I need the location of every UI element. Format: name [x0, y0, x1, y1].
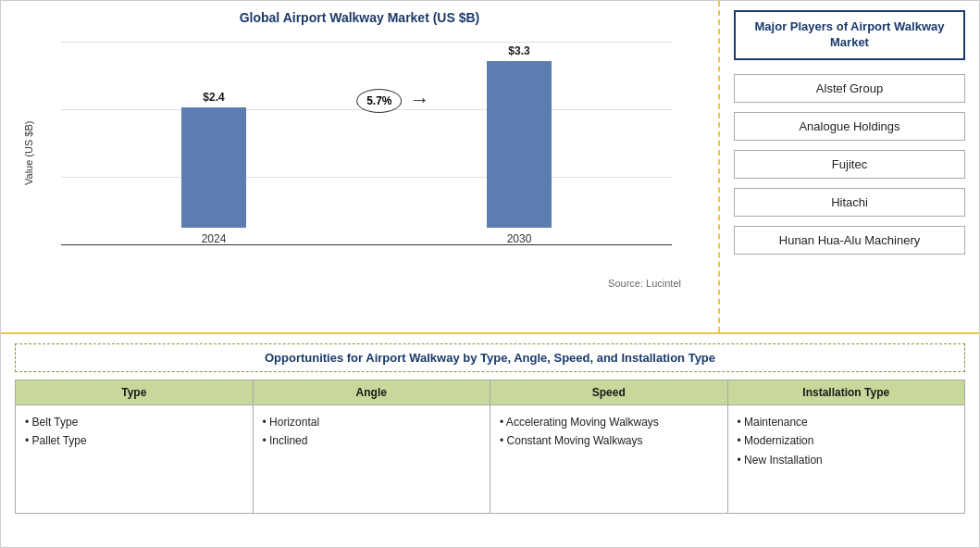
player-item-1: Analogue Holdings: [734, 112, 965, 141]
player-item-3: Hitachi: [734, 188, 965, 217]
main-container: Global Airport Walkway Market (US $B) Va…: [0, 0, 980, 548]
top-section: Global Airport Walkway Market (US $B) Va…: [1, 1, 979, 334]
bar-2024: [181, 107, 246, 228]
chart-title: Global Airport Walkway Market (US $B): [19, 10, 700, 25]
installation-item-1: • Modernization: [738, 431, 956, 450]
speed-item-1: • Constant Moving Walkways: [500, 431, 718, 450]
bar-value-2024: $2.4: [203, 91, 224, 104]
bar-value-2030: $3.3: [508, 44, 529, 57]
col-header-type: Type: [16, 380, 253, 405]
players-title: Major Players of Airport Walkway Market: [734, 10, 965, 60]
chart-inner: $2.4 2024 $3.3 2030: [43, 32, 700, 273]
cagr-arrow: →: [409, 88, 429, 112]
angle-item-1: • Inclined: [263, 431, 481, 450]
cagr-annotation: 5.7% →: [356, 88, 429, 114]
col-content-type: • Belt Type • Pallet Type: [16, 405, 253, 458]
installation-item-2: • New Installation: [738, 451, 956, 469]
bottom-table: Type • Belt Type • Pallet Type Angle • H…: [15, 380, 965, 514]
col-header-angle: Angle: [254, 380, 490, 405]
bars-container: $2.4 2024 $3.3 2030: [43, 32, 700, 273]
col-header-installation: Installation Type: [728, 380, 965, 405]
table-col-angle: Angle • Horizontal • Inclined: [254, 380, 491, 513]
col-content-angle: • Horizontal • Inclined: [254, 405, 490, 458]
table-col-installation: Installation Type • Maintenance • Modern…: [728, 380, 965, 513]
bar-item-2024: $2.4 2024: [177, 91, 251, 245]
speed-item-0: • Accelerating Moving Walkways: [500, 413, 718, 431]
installation-item-0: • Maintenance: [738, 413, 956, 431]
col-content-installation: • Maintenance • Modernization • New Inst…: [728, 405, 965, 477]
x-axis-line: [61, 244, 672, 245]
player-item-4: Hunan Hua-Alu Machinery: [734, 226, 965, 255]
bar-item-2030: $3.3 2030: [482, 44, 556, 245]
angle-item-0: • Horizontal: [263, 413, 481, 431]
player-item-0: Alstef Group: [734, 74, 965, 103]
bar-year-2030: 2030: [507, 232, 532, 245]
players-panel: Major Players of Airport Walkway Market …: [720, 1, 979, 332]
table-col-type: Type • Belt Type • Pallet Type: [16, 380, 254, 513]
player-item-2: Fujitec: [734, 150, 965, 179]
source-text: Source: Lucintel: [19, 278, 700, 289]
y-axis-label: Value (US $B): [19, 32, 38, 273]
cagr-bubble: 5.7%: [356, 89, 402, 113]
bar-2030: [487, 61, 552, 228]
chart-wrapper: Value (US $B): [19, 32, 700, 273]
type-item-0: • Belt Type: [25, 413, 243, 431]
col-header-speed: Speed: [490, 380, 727, 405]
chart-area: Global Airport Walkway Market (US $B) Va…: [1, 1, 720, 332]
bottom-title: Opportunities for Airport Walkway by Typ…: [15, 343, 965, 372]
bars-group: $2.4 2024 $3.3 2030: [61, 42, 672, 245]
table-col-speed: Speed • Accelerating Moving Walkways • C…: [490, 380, 728, 513]
type-item-1: • Pallet Type: [25, 431, 243, 450]
bar-year-2024: 2024: [202, 232, 227, 245]
col-content-speed: • Accelerating Moving Walkways • Constan…: [490, 405, 727, 458]
bottom-section: Opportunities for Airport Walkway by Typ…: [1, 334, 979, 547]
